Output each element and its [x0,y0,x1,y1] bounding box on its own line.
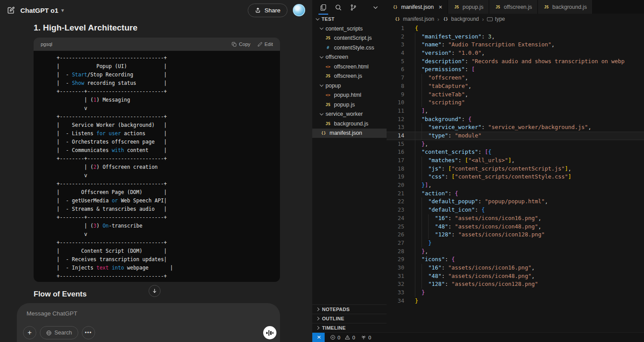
code-line-1[interactable]: 1{ [387,24,644,33]
code-line-20[interactable]: 20 }], [387,181,644,190]
breadcrumb-item[interactable]: {}manifest.json [394,16,434,22]
model-name: ChatGPT o1 [20,7,58,14]
model-selector[interactable]: ChatGPT o1 ▾ [20,7,64,14]
folder-offscreen[interactable]: offscreen [312,53,387,62]
code-line-21[interactable]: 21 "action": { [387,190,644,198]
file-tree: content_scriptsJScontentScript.js#conten… [312,23,387,304]
code-line-8[interactable]: 8 "tabCapture", [387,82,644,91]
ascii-line: | - Injects text into webpage | [57,264,276,272]
js-file-icon: JS [325,36,331,40]
code-line-4[interactable]: 4 "version": "1.0.0", [387,49,644,57]
code-line-3[interactable]: 3 "name": "Audio Transcription Extension… [387,41,644,49]
panel-timeline[interactable]: TIMELINE [312,323,387,332]
line-number: 24 [387,214,404,223]
code-line-19[interactable]: 19 "css": ["content_scripts/contentStyle… [387,173,644,181]
tab-offscreen.js[interactable]: JSoffscreen.js [489,0,538,14]
line-number: 25 [387,223,404,231]
breadcrumb-item[interactable]: ⋯type [487,16,505,22]
code-line-33[interactable]: 33 } [387,289,644,297]
code-line-18[interactable]: 18 "js": ["content_scripts/contentScript… [387,165,644,173]
line-number: 4 [387,49,404,57]
code-line-14[interactable]: 14 "type": "module" [387,132,644,140]
ellipsis-icon: ••• [85,330,92,336]
code-line-28[interactable]: 28 }, [387,247,644,256]
ports-indicator[interactable]: 0 [360,334,371,340]
code-line-9[interactable]: 9 "activeTab", [387,91,644,99]
share-button[interactable]: Share [248,4,288,17]
scroll-to-bottom-button[interactable] [149,285,161,297]
file-manifest.json[interactable]: {}manifest.json [312,129,387,138]
problems-indicator[interactable]: 0 0 [330,334,355,340]
code-line-16[interactable]: 16 "content_scripts": [{ [387,148,644,156]
code-line-31[interactable]: 31 "48": "assets/icons/icon48.png", [387,272,644,281]
folder-content_scripts[interactable]: content_scripts [312,24,387,34]
ascii-line: +----------------------------------+ [57,272,276,281]
code-line-30[interactable]: 30 "16": "assets/icons/icon16.png", [387,264,644,272]
ascii-line: +--------+-------------------------+ [57,213,276,222]
code-line-5[interactable]: 5 "description": "Records audio and show… [387,57,644,66]
remote-indicator[interactable] [312,333,325,342]
panel-notepads[interactable]: NOTEPADS [312,304,387,314]
explorer-icon[interactable] [318,0,329,15]
code-line-24[interactable]: 24 "16": "assets/icons/icon16.png", [387,214,644,223]
folder-service_worker[interactable]: service_worker [312,110,387,119]
file-offscreen.js[interactable]: JSoffscreen.js [312,72,387,81]
tab-manifest.json[interactable]: {}manifest.json× [387,0,448,14]
message-input[interactable]: Message ChatGPT [27,310,270,317]
explorer-root[interactable]: TEST [312,15,387,23]
code-line-13[interactable]: 13 "service_worker": "service_worker/bac… [387,123,644,132]
close-icon[interactable]: × [439,4,442,11]
code-line-7[interactable]: 7 "offscreen", [387,74,644,82]
ascii-line: | (2) Offscreen creation [57,163,276,171]
code-line-25[interactable]: 25 "48": "assets/icons/icon48.png", [387,223,644,231]
code-line-17[interactable]: 17 "matches": ["<all_urls>"], [387,156,644,165]
file-popup.html[interactable]: <>popup.html [312,91,387,100]
voice-mode-button[interactable] [263,326,276,339]
breadcrumb-item[interactable]: {}background [442,16,479,22]
code-line-22[interactable]: 22 "default_popup": "popup/popup.html", [387,198,644,206]
copy-code-button[interactable]: Copy [232,42,250,47]
copy-label: Copy [239,42,250,47]
code-line-32[interactable]: 32 "128": "assets/icons/icon128.png" [387,280,644,289]
code-line-6[interactable]: 6 "permissions": [ [387,65,644,74]
code-line-10[interactable]: 10 "scripting" [387,99,644,107]
search-toggle-button[interactable]: Search [40,326,78,339]
share-icon [255,7,261,13]
search-icon[interactable] [333,0,344,15]
tab-background.js[interactable]: JSbackground.js [538,0,593,14]
copy-icon [232,42,237,47]
panel-outline[interactable]: OUTLINE [312,314,387,323]
edit-code-button[interactable]: Edit [257,42,273,47]
code-line-29[interactable]: 29 "icons": { [387,255,644,264]
code-line-23[interactable]: 23 "default_icon": { [387,206,644,214]
more-options-button[interactable]: ••• [82,326,95,339]
file-contentStyle.css[interactable]: #contentStyle.css [312,43,387,53]
ports-count: 0 [368,335,371,340]
code-line-27[interactable]: 27 } [387,239,644,247]
file-popup.js[interactable]: JSpopup.js [312,100,387,110]
code-line-15[interactable]: 15 }, [387,140,644,148]
code-line-2[interactable]: 2 "manifest_version": 3, [387,33,644,41]
code-line-34[interactable]: 34} [387,297,644,305]
folder-popup[interactable]: popup [312,81,387,91]
attach-button[interactable]: + [23,326,36,339]
tab-popup.js[interactable]: JSpopup.js [448,0,489,14]
line-number: 17 [387,156,404,165]
line-number: 3 [387,41,404,49]
avatar[interactable] [293,4,305,16]
file-background.js[interactable]: JSbackground.js [312,119,387,129]
line-number: 20 [387,181,404,190]
code-line-12[interactable]: 12 "background": { [387,115,644,124]
chevron-right-icon [316,326,319,330]
source-control-icon[interactable] [348,0,359,15]
file-contentScript.js[interactable]: JScontentScript.js [312,34,387,43]
line-number: 1 [387,24,404,33]
file-offscreen.html[interactable]: <>offscreen.html [312,62,387,72]
code-line-11[interactable]: 11 ], [387,107,644,115]
error-icon [330,334,336,340]
code-line-26[interactable]: 26 "128": "assets/icons/icon128.png" [387,231,644,239]
chevron-right-icon: › [437,16,439,23]
code-lines: +----------------------------------+| Po… [34,51,280,282]
new-chat-icon[interactable] [7,6,15,14]
chevron-down-icon[interactable] [370,0,381,15]
